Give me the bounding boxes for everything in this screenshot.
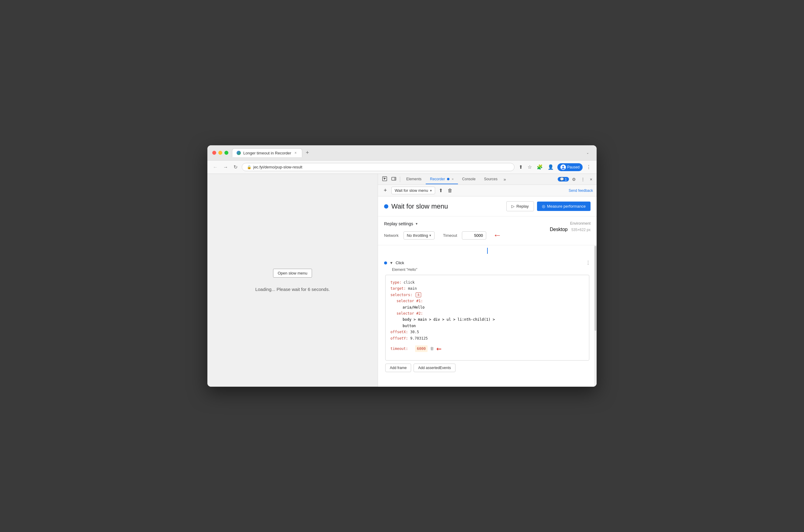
settings-left: Replay settings ▾ Network No throttling … <box>384 221 501 240</box>
bookmark-icon[interactable]: ☆ <box>526 164 533 171</box>
recording-indicator <box>384 204 388 209</box>
svg-point-0 <box>562 166 564 168</box>
forward-button[interactable]: → <box>222 164 229 171</box>
timeout-key: timeout: <box>390 346 408 352</box>
recorder-tab-close[interactable]: × <box>452 177 453 181</box>
step-connector <box>378 245 597 256</box>
dropdown-arrow-icon: ▾ <box>430 189 432 193</box>
more-options-button[interactable]: ⋮ <box>579 176 587 183</box>
address-bar[interactable]: 🔒 jec.fyi/demo/pup-slow-result <box>242 163 515 171</box>
tab-title: Longer timeout in Recorder <box>243 151 291 155</box>
recording-actions: ▷ Replay ◎ Measure performance <box>506 201 591 211</box>
code-selector2-val2: button <box>390 323 584 329</box>
fullscreen-window-button[interactable] <box>224 151 228 155</box>
add-frame-button[interactable]: Add frame <box>385 364 411 372</box>
settings-collapse-icon[interactable]: ▾ <box>416 222 417 226</box>
selectors-key: selectors: <box>390 293 412 297</box>
recorder-header: Wait for slow menu ▷ Replay ◎ Measure pe… <box>378 196 597 216</box>
loading-text: Loading... Please wait for 6 seconds. <box>255 287 330 292</box>
delete-recording-button[interactable]: 🗑 <box>446 187 454 194</box>
refresh-button[interactable]: ↻ <box>232 164 239 171</box>
settings-row: Network No throttling ▾ Timeout 5000 ← <box>384 230 501 240</box>
replay-button[interactable]: ▷ Replay <box>506 201 534 211</box>
export-recording-button[interactable]: ⬆ <box>437 187 444 194</box>
timeout-delete-icon[interactable]: 🗑 <box>430 345 434 352</box>
recording-title: Wait for slow menu <box>391 203 448 210</box>
step-more-options[interactable]: ⋮ <box>586 260 591 266</box>
settings-button[interactable]: ⚙ <box>570 176 578 183</box>
type-val: click <box>404 280 414 285</box>
code-line-timeout: timeout: 6000 🗑 ← <box>390 341 584 356</box>
tab-console[interactable]: Console <box>458 174 480 184</box>
add-asserted-events-button[interactable]: Add assertedEvents <box>414 364 455 372</box>
profile-button[interactable]: Paused <box>557 163 583 171</box>
offsetX-key: offsetX: <box>390 330 408 334</box>
selector2-key: selector #2: <box>396 311 423 316</box>
step-actions: Add frame Add assertedEvents <box>385 364 591 372</box>
tab-elements[interactable]: Elements <box>402 174 426 184</box>
environment-label: Environment <box>550 221 591 226</box>
network-value: No throttling <box>407 233 428 238</box>
target-val: main <box>408 286 417 291</box>
devtools-scrollbar[interactable] <box>594 245 597 387</box>
network-dropdown-arrow-icon: ▾ <box>429 233 431 238</box>
send-feedback-link[interactable]: Send feedback <box>569 189 593 193</box>
code-selector1-val: aria/Hello <box>390 304 584 310</box>
network-throttling-select[interactable]: No throttling ▾ <box>404 231 434 240</box>
menu-button[interactable]: ⋮ <box>585 164 592 171</box>
selector1-key: selector #1: <box>396 299 423 303</box>
tab-bar: Longer timeout in Recorder × + <box>232 148 580 157</box>
code-block: type: click target: main selectors: R <box>385 275 589 361</box>
measure-performance-button[interactable]: ◎ Measure performance <box>537 202 591 211</box>
step-name: Click <box>396 261 404 265</box>
code-selector2-val: body > main > div > ul > li:nth-child(1)… <box>390 317 584 323</box>
timeout-input[interactable]: 5000 <box>462 231 486 240</box>
tab-sources[interactable]: Sources <box>480 174 502 184</box>
browser-window: Longer timeout in Recorder × + ⌄ ← → ↻ 🔒… <box>207 145 597 387</box>
nav-bar: ← → ↻ 🔒 jec.fyi/demo/pup-slow-result ⬆ ☆… <box>207 160 597 174</box>
close-window-button[interactable] <box>212 151 216 155</box>
security-icon: 🔒 <box>247 165 251 169</box>
code-line-type: type: click <box>390 279 584 285</box>
network-label: Network <box>384 233 399 238</box>
play-icon: ▷ <box>511 204 515 209</box>
page-content: Open slow menu Loading... Please wait fo… <box>207 174 378 387</box>
extensions-icon[interactable]: 🧩 <box>536 164 544 171</box>
close-devtools-button[interactable]: × <box>588 176 594 183</box>
traffic-lights <box>212 151 228 155</box>
code-line-selectors: selectors: R <box>390 292 584 298</box>
recording-name: Wait for slow menu <box>395 188 428 193</box>
open-slow-menu-button[interactable]: Open slow menu <box>273 269 312 278</box>
step-line <box>487 248 488 254</box>
url-text: jec.fyi/demo/pup-slow-result <box>253 165 302 169</box>
browser-tab[interactable]: Longer timeout in Recorder × <box>232 148 302 157</box>
code-line-target: target: main <box>390 285 584 291</box>
notifications-badge[interactable]: 💬 1 <box>558 177 569 182</box>
type-key: type: <box>390 280 401 285</box>
inspect-tool-button[interactable] <box>380 175 389 183</box>
minimize-window-button[interactable] <box>218 151 222 155</box>
timeout-code-val[interactable]: 6000 <box>415 345 428 352</box>
selector-icon[interactable]: R <box>416 292 421 297</box>
new-tab-button[interactable]: + <box>305 150 311 156</box>
tab-close-button[interactable]: × <box>294 151 298 155</box>
add-recording-button[interactable]: + <box>381 187 389 194</box>
share-icon[interactable]: ⬆ <box>518 164 524 171</box>
devtools-panel: Elements Recorder × Console Sources » 💬 … <box>378 174 597 387</box>
tab-recorder[interactable]: Recorder × <box>426 174 458 184</box>
back-button[interactable]: ← <box>212 164 219 171</box>
timeout-label: Timeout <box>443 233 457 238</box>
recording-name-dropdown[interactable]: Wait for slow menu ▾ <box>391 187 435 194</box>
click-step: ▼ Click ⋮ Element "Hello" type: click ta… <box>378 256 597 376</box>
profile-icon[interactable]: 👤 <box>546 164 555 171</box>
step-collapse-icon[interactable]: ▼ <box>390 261 393 265</box>
device-toggle-button[interactable] <box>390 175 398 183</box>
measure-label: Measure performance <box>547 204 586 209</box>
profile-label: Paused <box>567 165 580 169</box>
target-key: target: <box>390 286 406 291</box>
svg-point-1 <box>562 168 565 169</box>
window-collapse-button[interactable]: ⌄ <box>583 150 592 156</box>
device-resolution <box>569 228 570 232</box>
more-tabs-button[interactable]: » <box>502 176 508 183</box>
avatar <box>560 165 566 170</box>
